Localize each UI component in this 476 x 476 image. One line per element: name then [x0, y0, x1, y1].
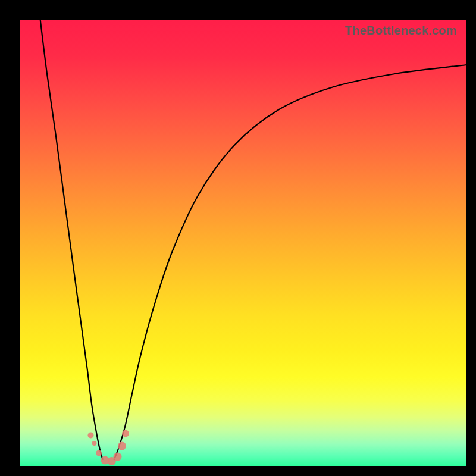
data-marker — [96, 450, 102, 456]
chart-frame: TheBottleneck.com — [0, 0, 476, 476]
chart-svg — [20, 20, 466, 466]
data-marker — [92, 441, 97, 446]
marker-group — [88, 430, 130, 466]
curve-left — [40, 20, 103, 460]
data-marker — [88, 433, 94, 439]
data-marker — [122, 430, 129, 437]
curve-right — [114, 65, 467, 460]
data-marker — [118, 442, 126, 450]
plot-area: TheBottleneck.com — [20, 20, 466, 466]
data-marker — [114, 453, 122, 461]
